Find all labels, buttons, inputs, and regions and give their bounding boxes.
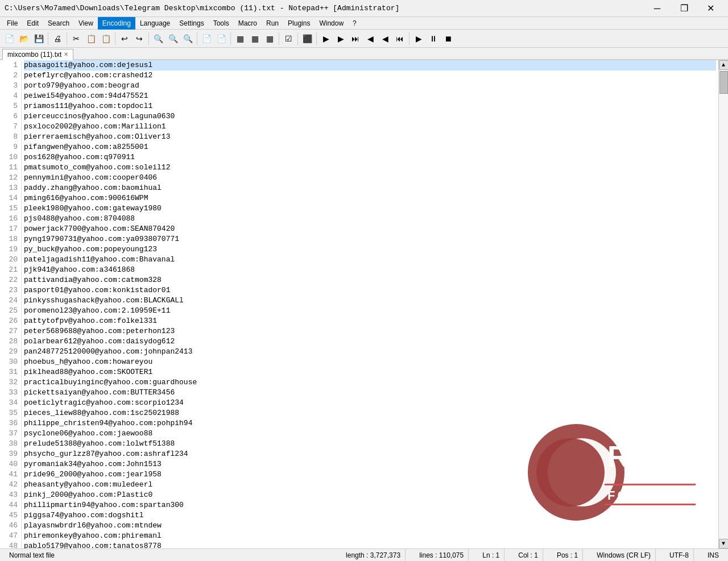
code-line-20: pateljagadish11@yahoo.com:Bhavanal xyxy=(24,255,716,265)
code-line-37: psyclone06@yahoo.com:jaewoo88 xyxy=(24,429,716,439)
toolbar-btn-28[interactable]: ▶ xyxy=(319,32,333,45)
code-line-47: phiremonkey@yahoo.com:phiremanl xyxy=(24,531,716,541)
code-line-13: paddy.zhang@yahoo.com:baomihual xyxy=(24,183,716,193)
active-tab[interactable]: mixcombo (11).txt ✕ xyxy=(2,49,73,60)
toolbar-btn-31[interactable]: ◀ xyxy=(363,32,377,45)
scroll-down-button[interactable]: ▼ xyxy=(719,539,729,548)
menu-item-?[interactable]: ? xyxy=(348,17,361,30)
line-number-15: 15 xyxy=(0,203,18,214)
line-number-36: 36 xyxy=(0,418,18,429)
toolbar-btn-7[interactable]: 📋 xyxy=(84,32,98,45)
menu-item-edit[interactable]: Edit xyxy=(22,17,43,30)
menu-item-file[interactable]: File xyxy=(2,17,22,30)
status-left: Normal text file xyxy=(5,549,59,562)
code-line-12: pennymini@yahoo.com:cooper0406 xyxy=(24,173,716,183)
toolbar-btn-14[interactable]: 🔍 xyxy=(166,32,180,45)
menu-item-encoding[interactable]: Encoding xyxy=(98,17,135,30)
toolbar-btn-33[interactable]: ⏮ xyxy=(393,32,407,45)
menu-item-plugins[interactable]: Plugins xyxy=(283,17,315,30)
line-number-20: 20 xyxy=(0,255,18,265)
line-number-35: 35 xyxy=(0,408,18,418)
toolbar-btn-4[interactable]: 🖨 xyxy=(51,32,64,45)
menu-item-view[interactable]: View xyxy=(74,17,98,30)
scroll-thumb[interactable] xyxy=(719,71,728,94)
toolbar-btn-0[interactable]: 📄 xyxy=(2,32,16,45)
toolbar-btn-8[interactable]: 📋 xyxy=(99,32,113,45)
toolbar-btn-22[interactable]: ▦ xyxy=(263,32,276,45)
toolbar-btn-15[interactable]: 🔍 xyxy=(181,32,195,45)
line-number-37: 37 xyxy=(0,429,18,439)
line-number-3: 3 xyxy=(0,81,18,91)
line-number-45: 45 xyxy=(0,510,18,521)
code-line-3: porto979@yahoo.com:beograd xyxy=(24,81,716,91)
line-number-34: 34 xyxy=(0,398,18,408)
line-number-6: 6 xyxy=(0,111,18,122)
scroll-up-button[interactable]: ▲ xyxy=(719,60,729,70)
close-button[interactable]: ✕ xyxy=(698,0,723,17)
menu-item-tools[interactable]: Tools xyxy=(209,17,234,30)
toolbar-btn-2[interactable]: 💾 xyxy=(32,32,46,45)
menu-item-language[interactable]: Language xyxy=(135,17,175,30)
line-number-30: 30 xyxy=(0,357,18,367)
toolbar-separator xyxy=(297,32,298,45)
tab-close-button[interactable]: ✕ xyxy=(64,51,68,57)
toolbar-btn-36[interactable]: ⏸ xyxy=(427,32,440,45)
line-number-7: 7 xyxy=(0,122,18,132)
toolbar-btn-21[interactable]: ▦ xyxy=(248,32,262,45)
file-type-status: Normal text file xyxy=(5,549,59,562)
toolbar-separator xyxy=(67,32,67,45)
toolbar-separator xyxy=(48,32,48,45)
line-number-4: 4 xyxy=(0,91,18,101)
menu-item-window[interactable]: Window xyxy=(315,17,348,30)
toolbar-btn-6[interactable]: ✂ xyxy=(69,32,83,45)
code-line-46: playasnwbrdrl6@yahoo.com:mtndew xyxy=(24,521,716,531)
minimize-button[interactable]: ─ xyxy=(644,0,670,17)
menu-item-macro[interactable]: Macro xyxy=(234,17,262,30)
line-number-29: 29 xyxy=(0,347,18,357)
toolbar-btn-24[interactable]: ☑ xyxy=(282,32,295,45)
toolbar-btn-30[interactable]: ⏭ xyxy=(349,32,362,45)
toolbar-btn-37[interactable]: ⏹ xyxy=(441,32,455,45)
code-line-30: phoebus_h@yahoo.com:howareyou xyxy=(24,357,716,367)
line-number-28: 28 xyxy=(0,336,18,347)
line-number-1: 1 xyxy=(0,60,18,70)
ins-status: INS xyxy=(703,549,723,562)
toolbar-separator xyxy=(230,32,231,45)
toolbar-btn-1[interactable]: 📂 xyxy=(17,32,31,45)
content-area[interactable]: pbasagoiti@yahoo.com:dejesuslpeteflyrc@y… xyxy=(22,60,718,548)
code-line-45: piggsa74@yahoo.com:dogshitl xyxy=(24,510,716,521)
toolbar-btn-32[interactable]: ◀ xyxy=(378,32,392,45)
code-line-5: priamos111@yahoo.com:topdocl1 xyxy=(24,101,716,111)
maximize-button[interactable]: ❐ xyxy=(671,0,697,17)
toolbar-btn-29[interactable]: ▶ xyxy=(334,32,348,45)
line-number-19: 19 xyxy=(0,244,18,255)
code-line-34: poeticlytragic@yahoo.com:scorpio1234 xyxy=(24,398,716,408)
toolbar-btn-11[interactable]: ↪ xyxy=(133,32,146,45)
toolbar-btn-35[interactable]: ▶ xyxy=(412,32,425,45)
code-line-19: py_buck@yahoo.com:popeyoung123 xyxy=(24,244,716,255)
scrollbar[interactable]: ▲ ▼ xyxy=(718,60,728,548)
code-line-44: phillipmartin94@yahoo.com:spartan300 xyxy=(24,500,716,510)
toolbar-btn-20[interactable]: ▦ xyxy=(233,32,247,45)
line-number-25: 25 xyxy=(0,306,18,316)
line-number-39: 39 xyxy=(0,449,18,459)
line-number-40: 40 xyxy=(0,459,18,469)
line-numbers: 1234567891011121314151617181920212223242… xyxy=(0,60,22,548)
toolbar-separator xyxy=(316,32,317,45)
scroll-track[interactable] xyxy=(719,70,728,539)
line-number-8: 8 xyxy=(0,132,18,142)
menu-item-search[interactable]: Search xyxy=(43,17,74,30)
code-line-38: prelude51388@yahoo.com:lolwtf51388 xyxy=(24,439,716,449)
toolbar-btn-17[interactable]: 📄 xyxy=(200,32,213,45)
code-line-36: philippe_christen94@yahoo.com:pohpih94 xyxy=(24,418,716,429)
line-number-2: 2 xyxy=(0,70,18,81)
toolbar-btn-18[interactable]: 📄 xyxy=(214,32,228,45)
tabbar: mixcombo (11).txt ✕ xyxy=(0,48,728,60)
toolbar-btn-26[interactable]: ⬛ xyxy=(300,32,314,45)
menu-item-run[interactable]: Run xyxy=(262,17,283,30)
toolbar-btn-10[interactable]: ↩ xyxy=(118,32,131,45)
toolbar-separator xyxy=(115,32,115,45)
toolbar-btn-13[interactable]: 🔍 xyxy=(151,32,165,45)
line-number-38: 38 xyxy=(0,439,18,449)
menu-item-settings[interactable]: Settings xyxy=(175,17,208,30)
